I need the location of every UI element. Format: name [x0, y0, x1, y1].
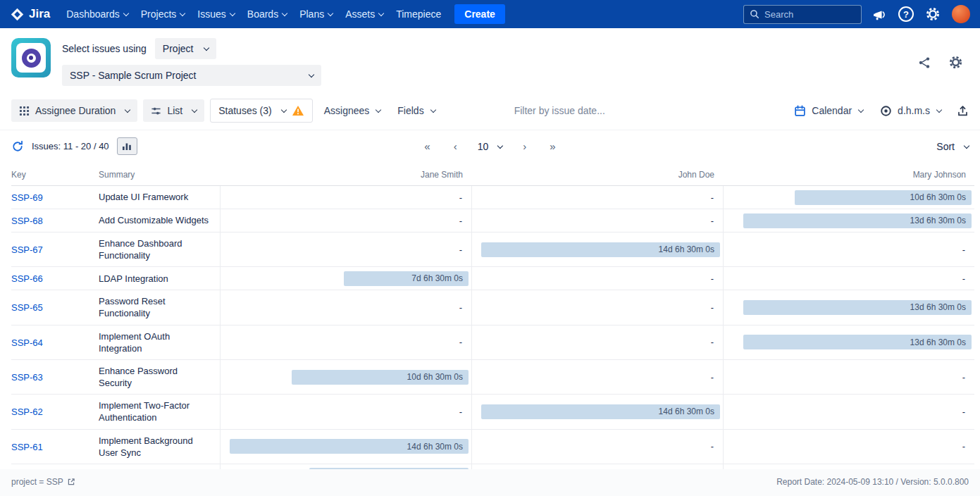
- nav-item-projects[interactable]: Projects: [135, 3, 192, 25]
- table-row: SSP-67 Enhance Dashboard Functionality -…: [11, 232, 974, 267]
- duration-cell: 13d 6h 30m 0s: [723, 326, 974, 359]
- empty-duration: -: [962, 372, 965, 383]
- issue-key-link[interactable]: SSP-61: [11, 442, 43, 452]
- issue-key-link[interactable]: SSP-63: [11, 372, 43, 383]
- empty-duration: -: [459, 302, 462, 313]
- empty-duration: -: [459, 192, 462, 203]
- jira-logo[interactable]: Jira: [10, 7, 50, 22]
- pagination-bar: Issues: 11 - 20 / 40 « ‹ 10 › » Sort: [0, 130, 980, 163]
- warning-icon: [292, 105, 304, 116]
- search-input[interactable]: [764, 9, 855, 20]
- page-size-dropdown[interactable]: 10: [478, 141, 503, 152]
- empty-duration: -: [459, 244, 462, 255]
- announcements-button[interactable]: [873, 8, 887, 21]
- chevron-down-icon: [230, 11, 235, 16]
- table-row: SSP-69 Update UI Framework - - 10d 6h 30…: [11, 186, 974, 209]
- nav-item-label: Dashboards: [66, 8, 120, 20]
- layout-dropdown[interactable]: List: [143, 99, 204, 122]
- issue-date-filter-input[interactable]: [514, 105, 648, 116]
- issue-key-link[interactable]: SSP-62: [11, 407, 43, 417]
- chevron-down-icon: [936, 107, 942, 113]
- chevron-down-icon: [497, 142, 503, 148]
- issue-key-link[interactable]: SSP-68: [11, 216, 43, 226]
- column-header-key: Key: [11, 170, 99, 180]
- chevron-down-icon: [430, 107, 435, 113]
- export-icon: [957, 105, 969, 117]
- duration-bar: 14d 6h 30m 0s: [481, 242, 720, 257]
- chart-icon: [122, 142, 132, 151]
- empty-duration: -: [711, 372, 714, 383]
- time-format-icon: [880, 105, 892, 117]
- empty-duration: -: [459, 407, 462, 417]
- duration-bar: 10d 6h 30m 0s: [292, 370, 469, 385]
- nav-item-dashboards[interactable]: Dashboards: [60, 3, 135, 25]
- fields-dropdown[interactable]: Fields: [392, 99, 440, 122]
- nav-item-label: Issues: [197, 8, 225, 20]
- issue-summary: Enhance Password Security: [99, 360, 220, 394]
- duration-bar: 7d 6h 30m 0s: [344, 271, 469, 286]
- issue-key-link[interactable]: SSP-69: [11, 192, 43, 203]
- table-row: SSP-64 Implement OAuth Integration - - 1…: [11, 326, 974, 360]
- nav-item-label: Assets: [345, 8, 375, 20]
- duration-cell: -: [220, 232, 471, 266]
- issue-key-link[interactable]: SSP-65: [11, 302, 43, 313]
- jira-logo-text: Jira: [29, 7, 50, 21]
- sort-dropdown[interactable]: Sort: [936, 141, 969, 152]
- project-dropdown[interactable]: SSP - Sample Scrum Project: [62, 65, 321, 86]
- duration-cell: -: [220, 209, 471, 232]
- time-format-dropdown[interactable]: d.h.m.s: [874, 99, 947, 123]
- table-header-row: Key Summary Jane Smith John Doe Mary Joh…: [11, 163, 974, 186]
- search-box[interactable]: [743, 5, 862, 24]
- duration-cell: -: [723, 464, 974, 469]
- empty-duration: -: [711, 192, 714, 203]
- next-page-button[interactable]: ›: [520, 140, 529, 153]
- chart-view-toggle[interactable]: [117, 137, 137, 155]
- nav-item-plans[interactable]: Plans: [293, 3, 339, 25]
- first-page-button[interactable]: «: [421, 140, 433, 153]
- prev-page-button[interactable]: ‹: [451, 140, 460, 153]
- nav-item-assets[interactable]: Assets: [339, 3, 390, 25]
- issue-key-link[interactable]: SSP-64: [11, 337, 43, 348]
- share-button[interactable]: [917, 56, 931, 70]
- duration-cell: -: [220, 395, 471, 428]
- megaphone-icon: [873, 8, 887, 21]
- create-button[interactable]: Create: [454, 4, 505, 24]
- nav-item-boards[interactable]: Boards: [241, 3, 293, 25]
- settings-button[interactable]: [925, 6, 941, 22]
- header-actions: [917, 38, 963, 70]
- user-avatar[interactable]: [952, 5, 970, 23]
- chevron-down-icon: [282, 11, 287, 16]
- app-header: Select issues using Project SSP - Sample…: [0, 28, 980, 94]
- nav-item-issues[interactable]: Issues: [191, 3, 240, 25]
- chevron-down-icon: [858, 107, 864, 113]
- app-settings-button[interactable]: [948, 55, 963, 70]
- assignees-dropdown[interactable]: Assignees: [318, 99, 387, 122]
- footer: project = SSP Report Date: 2024-05-09 13…: [0, 469, 980, 496]
- help-icon: ?: [898, 6, 914, 22]
- duration-cell: 13d 6h 30m 0s: [723, 290, 974, 324]
- issue-table: Key Summary Jane Smith John Doe Mary Joh…: [0, 163, 980, 469]
- table-row: SSP-66 LDAP Integration 7d 6h 30m 0s - -: [11, 267, 974, 290]
- duration-cell: -: [723, 430, 974, 464]
- refresh-icon: [11, 140, 24, 153]
- column-header-summary: Summary: [99, 170, 220, 180]
- duration-mode-dropdown[interactable]: Assignee Duration: [11, 99, 137, 122]
- chevron-down-icon: [125, 107, 130, 113]
- nav-item-timepiece[interactable]: Timepiece: [390, 3, 447, 25]
- duration-cell: -: [471, 464, 723, 469]
- statuses-dropdown[interactable]: Statuses (3): [210, 99, 312, 123]
- issue-key-link[interactable]: SSP-66: [11, 273, 43, 284]
- duration-cell: 13d 6h 30m 0s: [723, 209, 974, 232]
- export-button[interactable]: [957, 105, 969, 117]
- refresh-button[interactable]: [11, 140, 24, 153]
- chevron-down-icon: [328, 11, 333, 16]
- calendar-dropdown[interactable]: Calendar: [788, 99, 869, 123]
- last-page-button[interactable]: »: [547, 140, 558, 153]
- external-link-icon[interactable]: [67, 478, 75, 486]
- issue-source-dropdown[interactable]: Project: [155, 38, 217, 59]
- issues-count-label: Issues: 11 - 20 / 40: [32, 141, 109, 151]
- help-button[interactable]: ?: [898, 6, 914, 22]
- empty-duration: -: [711, 441, 714, 452]
- issue-key-link[interactable]: SSP-67: [11, 244, 43, 255]
- duration-cell: 14d 6h 30m 0s: [471, 395, 723, 428]
